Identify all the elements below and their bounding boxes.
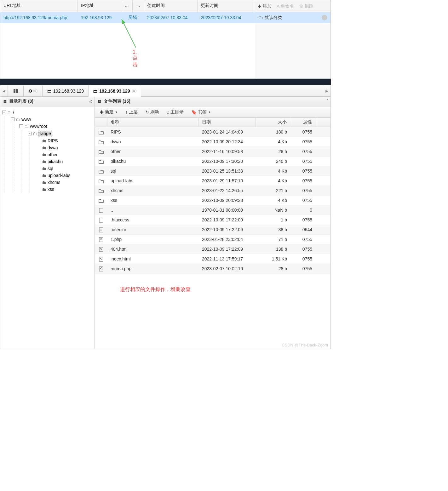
tree-leaf[interactable]: 🖿xss: [36, 186, 93, 193]
tree-range[interactable]: −🗀range: [28, 130, 93, 137]
file-row[interactable]: upload-labs2023-01-29 11:57:104 Kb0755: [95, 176, 330, 186]
file-table: 名称 日期 大小 属性 RIPS2023-01-24 14:04:09180 b…: [95, 118, 330, 349]
col-icon[interactable]: [95, 118, 107, 127]
col-name[interactable]: 名称: [107, 118, 199, 127]
tree-leaf[interactable]: 🖿xhcms: [36, 179, 93, 186]
col-ip[interactable]: IP地址: [78, 0, 121, 12]
tree-leaf[interactable]: 🖿RIPS: [36, 137, 93, 144]
text-icon: [95, 226, 107, 233]
annotation-text: 1. 点击: [133, 49, 138, 68]
tree-leaf[interactable]: 🖿pikachu: [36, 158, 93, 165]
tab-host2[interactable]: 🗀192.168.93.129×: [89, 85, 141, 97]
text-icon: A: [277, 4, 279, 9]
file-size: NaN b: [256, 206, 290, 214]
col-extra2[interactable]: ...: [133, 0, 144, 12]
folder-icon: [95, 167, 107, 175]
file-row[interactable]: pikachu2022-10-09 17:30:20240 b0755: [95, 157, 330, 166]
file-row[interactable]: .htaccess2022-10-09 17:22:091 b0755: [95, 215, 330, 225]
col-utime[interactable]: 更新时间: [198, 0, 254, 12]
folder-icon: 🖿: [42, 180, 46, 185]
connection-row[interactable]: http://192.168.93.129/muma.php 192.168.9…: [0, 12, 255, 23]
separator: [0, 79, 331, 85]
close-icon[interactable]: ×: [132, 89, 136, 93]
file-attr: 0755: [290, 255, 315, 263]
collapse-toggle[interactable]: −: [19, 124, 23, 128]
file-name: ..: [107, 206, 199, 214]
new-button[interactable]: ✚新建▼: [97, 108, 121, 116]
rename-button[interactable]: A重命名: [274, 2, 296, 11]
tree-leaf[interactable]: 🖿sql: [36, 165, 93, 172]
file-size: 180 b: [256, 128, 290, 136]
svg-text:<>: <>: [100, 266, 103, 271]
file-attr: 0755: [290, 187, 315, 194]
folder-icon: 🖿: [42, 159, 46, 164]
file-name: muma.php: [107, 265, 199, 272]
col-size[interactable]: 大小: [256, 118, 290, 127]
file-row[interactable]: <>404.html2022-10-09 17:22:09138 b0755: [95, 244, 330, 254]
folder-icon: 🗀: [7, 110, 12, 115]
tab-next[interactable]: ►: [323, 85, 330, 97]
folder-icon: [95, 148, 107, 155]
file-row[interactable]: ..1970-01-01 08:00:00NaN b0: [95, 205, 330, 215]
svg-line-0: [123, 22, 136, 48]
collapse-toggle[interactable]: −: [28, 132, 32, 135]
plus-icon: ✚: [258, 4, 261, 9]
svg-rect-3: [14, 91, 15, 93]
file-attr: 0755: [290, 148, 315, 155]
col-date[interactable]: 日期: [199, 118, 256, 127]
file-header: 🗎 文件列表 (15) ˆ: [95, 97, 330, 106]
col-extra1[interactable]: ...: [121, 0, 133, 12]
folder-icon: [95, 138, 107, 146]
file-attr: 0755: [290, 157, 315, 165]
tab-prev[interactable]: ◄: [0, 85, 8, 97]
tree-leaf[interactable]: 🖿dvwa: [36, 144, 93, 151]
file-row[interactable]: sql2023-01-25 13:51:334 Kb0755: [95, 166, 330, 176]
file-size: 1 b: [256, 216, 290, 224]
refresh-button[interactable]: ↻刷新: [142, 108, 162, 116]
tree-www[interactable]: −🗀www: [11, 116, 93, 123]
grid-icon[interactable]: [8, 85, 24, 97]
up-arrow-icon: ↑: [125, 110, 128, 115]
folder-icon: [95, 157, 107, 165]
col-ctime[interactable]: 创建时间: [144, 0, 198, 12]
file-row[interactable]: xhcms2023-01-22 14:26:55221 b0755: [95, 186, 330, 196]
tab-host1[interactable]: 🗀192.168.93.129: [43, 85, 89, 97]
cell-ctime: 2023/02/07 10:33:04: [144, 13, 198, 22]
col-url[interactable]: URL地址: [0, 0, 78, 12]
file-row[interactable]: <>muma.php2023-02-07 10:02:1628 b0755: [95, 264, 330, 274]
home-button[interactable]: ⌂主目录: [164, 108, 187, 116]
folder-icon: 🗀: [16, 117, 20, 122]
tree-root[interactable]: −🗀/: [2, 109, 93, 116]
bookmark-button[interactable]: 🔖书签▼: [188, 108, 214, 116]
chevron-down-icon: ▼: [115, 111, 118, 114]
file-row[interactable]: other2022-11-16 10:09:5828 b0755: [95, 147, 330, 157]
collapse-toggle[interactable]: −: [2, 111, 6, 114]
file-row[interactable]: RIPS2023-01-24 14:04:09180 b0755: [95, 127, 330, 137]
tree-wwwroot[interactable]: −🗀wwwroot: [19, 123, 93, 130]
file-row[interactable]: <>index.html2022-11-13 17:59:171.51 Kb07…: [95, 254, 330, 264]
connection-list: URL地址 IP地址 ... ... 创建时间 更新时间 http://192.…: [0, 0, 255, 78]
tree-title: 目录列表 (8): [9, 99, 33, 104]
file-name: .user.ini: [107, 226, 199, 233]
collapse-icon[interactable]: <: [89, 99, 92, 104]
file-row[interactable]: <>1.php2023-01-28 23:02:0471 b0755: [95, 235, 330, 244]
file-row[interactable]: .user.ini2022-10-09 17:22:0938 b0644: [95, 225, 330, 235]
close-icon[interactable]: ×: [33, 89, 37, 93]
file-row[interactable]: xss2022-10-09 20:09:284 Kb0755: [95, 196, 330, 205]
file-attr: 0755: [290, 128, 315, 136]
collapse-icon[interactable]: ˆ: [326, 99, 328, 104]
file-row[interactable]: dvwa2022-10-09 20:12:344 Kb0755: [95, 137, 330, 147]
collapse-toggle[interactable]: −: [11, 117, 14, 121]
tree-leaf[interactable]: 🖿upload-labs: [36, 172, 93, 179]
settings-tab[interactable]: ⚙×: [24, 85, 43, 97]
category-item[interactable]: 🗀 默认分类: [255, 12, 330, 23]
add-button[interactable]: ✚添加: [255, 2, 274, 11]
col-attr[interactable]: 属性: [290, 118, 315, 127]
bookmark-icon: 🔖: [191, 110, 197, 115]
file-size: 4 Kb: [256, 167, 290, 175]
tree-leaf[interactable]: 🖿other: [36, 151, 93, 158]
code-icon: <>: [95, 265, 107, 272]
trash-icon: 🗑: [299, 4, 303, 9]
delete-button[interactable]: 🗑删除: [296, 2, 316, 11]
up-button[interactable]: ↑上层: [122, 108, 141, 116]
